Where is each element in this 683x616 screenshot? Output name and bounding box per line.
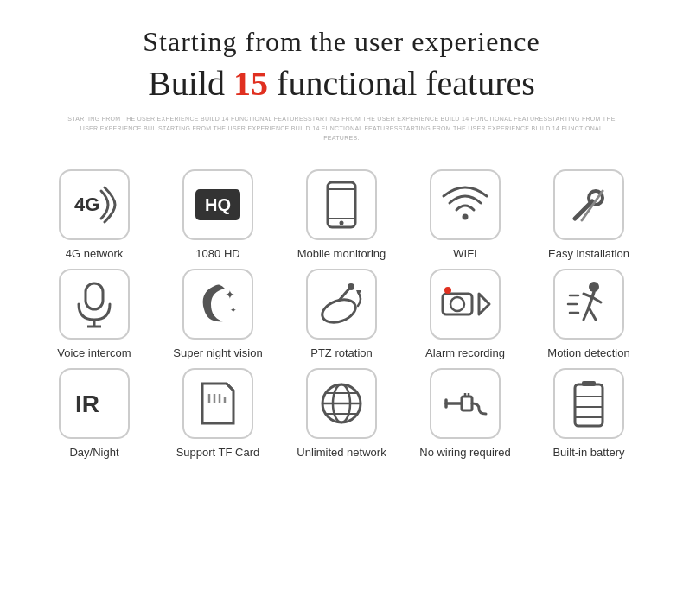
svg-line-28 — [584, 308, 589, 320]
feature-mobile: Mobile monitoring — [288, 169, 396, 260]
svg-rect-11 — [86, 283, 103, 309]
svg-point-24 — [589, 282, 599, 292]
feature-icon-alarm-recording — [430, 269, 501, 340]
feature-icon-motion — [553, 269, 624, 340]
svg-point-18 — [348, 283, 354, 290]
svg-text:✦: ✦ — [225, 288, 235, 302]
svg-point-6 — [340, 220, 344, 225]
feature-label-mobile: Mobile monitoring — [297, 247, 386, 260]
svg-point-21 — [450, 297, 464, 311]
feature-ptz: PTZ rotation — [288, 269, 396, 359]
feature-label-day-night: Day/Night — [69, 446, 118, 459]
svg-line-25 — [589, 292, 594, 308]
feature-easy-install: Easy installation — [535, 169, 643, 260]
feature-motion: Motion detection — [535, 269, 643, 359]
svg-text:IR: IR — [75, 391, 99, 417]
svg-rect-50 — [582, 381, 596, 386]
features-row-1: 4G 4G network HQ 1080 HD — [41, 169, 643, 260]
page-wrapper: Starting from the user experience Build … — [0, 0, 683, 476]
feature-icon-globe — [306, 368, 377, 439]
feature-4g-network: 4G 4G network — [41, 169, 149, 260]
feature-icon-microphone — [59, 269, 130, 340]
feature-no-wiring: No wiring required — [412, 368, 520, 459]
title-prefix: Build — [148, 64, 233, 103]
feature-battery: Built-in battery — [535, 368, 643, 459]
feature-unlimited-network: Unlimited network — [288, 368, 396, 459]
feature-icon-mobile — [306, 169, 377, 240]
title-number: 15 — [233, 64, 268, 103]
svg-text:✦: ✦ — [230, 306, 237, 314]
feature-icon-sdcard — [182, 368, 253, 439]
feature-label-easy-install: Easy installation — [548, 247, 629, 260]
feature-label-night-vision: Super night vision — [173, 346, 262, 359]
feature-label-voice: Voice intercom — [57, 346, 131, 359]
feature-icon-tools — [553, 169, 624, 240]
features-row-2: Voice intercom ✦ ✦ Super night vision — [41, 269, 643, 359]
svg-point-23 — [444, 287, 451, 294]
header-section: Starting from the user experience Build … — [0, 26, 683, 143]
feature-icon-ptz — [306, 269, 377, 340]
title-line2: Build 15 functional features — [0, 63, 683, 104]
features-grid: 4G 4G network HQ 1080 HD — [0, 169, 683, 459]
feature-icon-wifi — [430, 169, 501, 240]
svg-marker-22 — [479, 294, 489, 314]
feature-icon-hd: HQ — [182, 169, 253, 240]
feature-label-hd: 1080 HD — [195, 247, 239, 260]
svg-line-29 — [589, 308, 596, 320]
feature-label-battery: Built-in battery — [552, 446, 624, 459]
subtitle-text: STARTING FROM THE USER EXPERIENCE BUILD … — [65, 114, 618, 143]
feature-label-alarm-recording: Alarm recording — [425, 346, 505, 359]
feature-label-ptz: PTZ rotation — [310, 346, 373, 359]
feature-1080hd: HQ 1080 HD — [164, 169, 272, 260]
feature-alarm-recording: Alarm recording — [412, 269, 520, 359]
feature-label-motion: Motion detection — [547, 346, 629, 359]
svg-rect-49 — [575, 384, 603, 426]
feature-wifi: WIFI — [412, 169, 520, 260]
feature-voice: Voice intercom — [41, 269, 149, 359]
feature-icon-4g: 4G — [59, 169, 130, 240]
feature-icon-nightvision: ✦ ✦ — [182, 269, 253, 340]
feature-label-wifi: WIFI — [453, 247, 476, 260]
feature-icon-ir: IR — [59, 368, 130, 439]
title-suffix: functional features — [268, 64, 535, 103]
feature-icon-plug — [430, 368, 501, 439]
svg-text:HQ: HQ — [205, 195, 231, 214]
feature-icon-battery — [553, 368, 624, 439]
features-row-3: IR Day/Night — [41, 368, 643, 459]
feature-tf-card: Support TF Card — [164, 368, 272, 459]
svg-rect-46 — [462, 397, 472, 410]
title-line1: Starting from the user experience — [0, 26, 683, 58]
feature-label-unlimited-network: Unlimited network — [297, 446, 386, 459]
svg-text:4G: 4G — [74, 194, 99, 215]
svg-line-27 — [584, 294, 592, 297]
svg-point-7 — [463, 213, 469, 219]
feature-label-4g: 4G network — [66, 247, 123, 260]
svg-line-26 — [592, 297, 601, 302]
feature-day-night: IR Day/Night — [41, 368, 149, 459]
feature-label-tf-card: Support TF Card — [176, 446, 260, 459]
feature-night-vision: ✦ ✦ Super night vision — [164, 269, 272, 359]
svg-line-34 — [227, 384, 233, 391]
feature-label-no-wiring: No wiring required — [419, 446, 511, 459]
